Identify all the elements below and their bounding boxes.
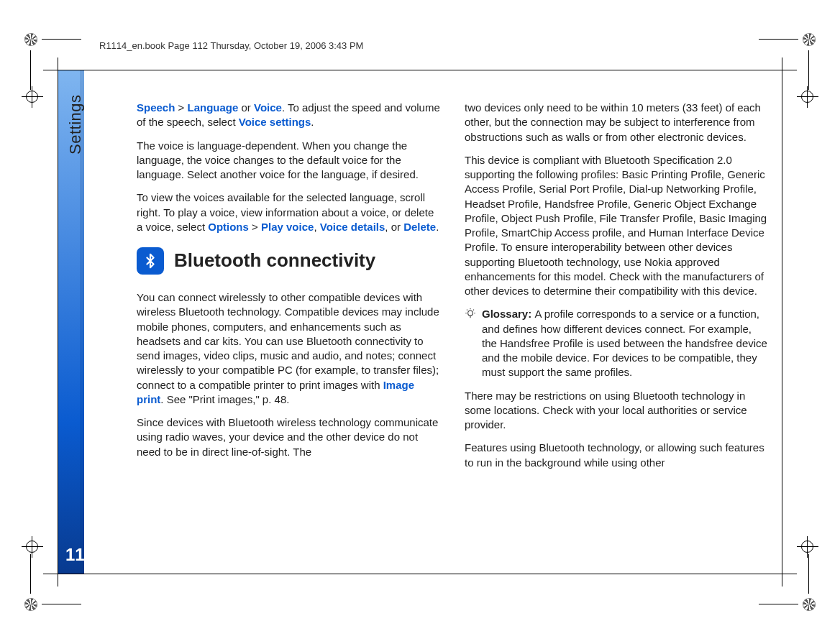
paragraph: Features using Bluetooth technology, or … [465,441,768,470]
crop-target-icon [797,86,818,108]
ui-term: Delete [403,221,436,233]
section-label: Settings [66,95,85,155]
ui-term: Language [187,101,238,114]
svg-line-6 [473,310,474,310]
crop-target-icon [22,536,43,558]
glossary-block: Glossary: A profile corresponds to a ser… [465,307,768,388]
text: . [436,221,439,233]
paragraph: two devices only need to be within 10 me… [465,101,768,144]
ui-term: Voice details [320,221,385,233]
right-column: two devices only need to be within 10 me… [465,101,768,543]
trim-rule [43,70,797,70]
text: > [175,101,187,114]
crop-target-icon [797,536,818,558]
paragraph: This device is compliant with Bluetooth … [465,153,768,299]
text: or [238,101,254,114]
ui-term: Voice settings [239,116,311,128]
registration-mark-icon [20,29,42,50]
content-area: Speech > Language or Voice. To adjust th… [137,101,768,543]
trim-rule [43,574,797,574]
left-column: Speech > Language or Voice. To adjust th… [137,101,440,543]
paragraph: There may be restrictions on using Bluet… [465,389,768,433]
page-number: 112 [58,538,101,572]
ui-term: Voice [254,101,282,114]
bluetooth-icon [137,247,164,275]
document-page: R1114_en.book Page 112 Thursday, October… [0,0,840,644]
text: . [311,116,314,128]
section-heading: Bluetooth connectivity [137,247,440,275]
paragraph: Since devices with Bluetooth wireless te… [137,415,440,459]
text: > [249,221,261,233]
glossary-label: Glossary: [482,308,534,320]
text: You can connect wirelessly to other comp… [137,291,439,391]
tip-icon [465,307,476,388]
paragraph: You can connect wirelessly to other comp… [137,290,440,407]
running-header: R1114_en.book Page 112 Thursday, October… [99,40,363,51]
trim-rule [782,58,782,586]
registration-mark-icon [798,594,820,615]
ui-term: Options [208,221,249,233]
section-title: Bluetooth connectivity [174,248,375,273]
ui-term: Play voice [261,221,314,233]
text: . See "Print images," p. 48. [160,393,289,405]
paragraph: Speech > Language or Voice. To adjust th… [137,101,440,130]
ui-term: Speech [137,101,175,114]
svg-line-5 [467,310,467,310]
text: , or [385,221,403,233]
svg-point-0 [468,311,473,316]
text: , [314,221,319,233]
paragraph: To view the voices available for the sel… [137,190,440,234]
paragraph: The voice is language-dependent. When yo… [137,139,440,183]
registration-mark-icon [798,29,820,50]
registration-mark-icon [20,594,42,615]
glossary-text: Glossary: A profile corresponds to a ser… [482,307,768,380]
crop-target-icon [22,86,43,108]
